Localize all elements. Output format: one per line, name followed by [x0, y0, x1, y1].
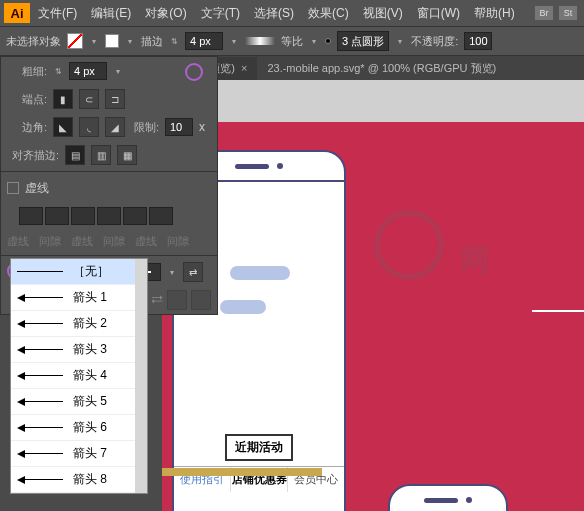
phone-speaker-icon: [424, 498, 458, 503]
limit-unit: x: [199, 120, 205, 134]
dropdown-item-arrow7[interactable]: 箭头 7: [11, 441, 147, 467]
artboard-strip: [162, 468, 322, 476]
stepper-icon[interactable]: ⇅: [53, 67, 63, 76]
chevron-down-icon[interactable]: ▾: [309, 37, 319, 46]
chevron-down-icon[interactable]: ▾: [113, 67, 123, 76]
dropdown-item-arrow4[interactable]: 箭头 4: [11, 363, 147, 389]
cap-projecting-button[interactable]: ⊐: [105, 89, 125, 109]
align-stroke-label: 对齐描边:: [7, 148, 59, 163]
chevron-down-icon[interactable]: ▾: [89, 37, 99, 46]
tab-label: 23.-mobile app.svg* @ 100% (RGB/GPU 预览): [267, 61, 496, 76]
dropdown-item-arrow1[interactable]: 箭头 1: [11, 285, 147, 311]
canvas[interactable]: 网 近期活动 使用指引 店铺优惠券 会员中心: [162, 80, 584, 511]
close-icon[interactable]: ×: [241, 62, 247, 74]
corner-bevel-button[interactable]: ◢: [105, 117, 125, 137]
dropdown-item-label: 箭头 2: [73, 315, 107, 332]
phone-camera-icon: [277, 163, 283, 169]
menu-object[interactable]: 对象(O): [139, 1, 192, 26]
dropdown-item-arrow5[interactable]: 箭头 5: [11, 389, 147, 415]
dropdown-item-label: ［无］: [73, 263, 109, 280]
stock-button[interactable]: St: [558, 5, 578, 21]
corner-miter-button[interactable]: ◣: [53, 117, 73, 137]
chevron-down-icon[interactable]: ▾: [125, 37, 135, 46]
gap-field[interactable]: [97, 207, 121, 225]
dropdown-item-label: 箭头 4: [73, 367, 107, 384]
weight-field[interactable]: 4 px: [69, 62, 107, 80]
dropdown-item-none[interactable]: ［无］: [11, 259, 147, 285]
profile-preview: [245, 37, 275, 45]
chevron-down-icon[interactable]: ▾: [167, 268, 177, 277]
arrowhead-dropdown: ［无］ 箭头 1 箭头 2 箭头 3 箭头 4 箭头 5 箭头 6 箭头 7 箭…: [10, 258, 148, 494]
dropdown-item-arrow3[interactable]: 箭头 3: [11, 337, 147, 363]
document-tabs: B/GPU 预览) × 23.-mobile app.svg* @ 100% (…: [162, 56, 584, 80]
dashed-checkbox[interactable]: [7, 182, 19, 194]
dropdown-item-arrow8[interactable]: 箭头 8: [11, 467, 147, 493]
phone-speaker-icon: [235, 164, 269, 169]
stroke-width-field[interactable]: 4 px: [185, 32, 223, 50]
app-logo: Ai: [4, 3, 30, 23]
corner-label: 边角:: [7, 120, 47, 135]
dropdown-item-arrow6[interactable]: 箭头 6: [11, 415, 147, 441]
align-inside-button[interactable]: ▥: [91, 145, 111, 165]
phone-mockup-small: [388, 484, 508, 511]
chevron-down-icon[interactable]: ▾: [229, 37, 239, 46]
gap-field[interactable]: [45, 207, 69, 225]
weight-label: 粗细:: [7, 64, 47, 79]
align-center-button[interactable]: ▤: [65, 145, 85, 165]
stepper-icon[interactable]: ⇅: [169, 37, 179, 46]
menu-effect[interactable]: 效果(C): [302, 1, 355, 26]
opacity-label: 不透明度:: [411, 34, 458, 49]
cap-label: 端点:: [7, 92, 47, 107]
chat-bubble: [230, 266, 290, 280]
dropdown-item-arrow2[interactable]: 箭头 2: [11, 311, 147, 337]
menu-edit[interactable]: 编辑(E): [85, 1, 137, 26]
dropdown-item-label: 箭头 6: [73, 419, 107, 436]
dash-field[interactable]: [71, 207, 95, 225]
dropdown-item-label: 箭头 8: [73, 471, 107, 488]
menu-file[interactable]: 文件(F): [32, 1, 83, 26]
menu-window[interactable]: 窗口(W): [411, 1, 466, 26]
opacity-field[interactable]: 100: [464, 32, 492, 50]
menu-select[interactable]: 选择(S): [248, 1, 300, 26]
dropdown-item-label: 箭头 1: [73, 289, 107, 306]
cap-round-button[interactable]: ⊂: [79, 89, 99, 109]
menu-type[interactable]: 文字(T): [195, 1, 246, 26]
menubar: Ai 文件(F) 编辑(E) 对象(O) 文字(T) 选择(S) 效果(C) 视…: [0, 0, 584, 26]
dropdown-item-label: 箭头 5: [73, 393, 107, 410]
brush-profile-select[interactable]: 3 点圆形: [337, 31, 389, 51]
stroke-color-swatch[interactable]: [105, 34, 119, 48]
cap-butt-button[interactable]: ▮: [53, 89, 73, 109]
corner-round-button[interactable]: ◟: [79, 117, 99, 137]
align-outside-button[interactable]: ▦: [117, 145, 137, 165]
menu-help[interactable]: 帮助(H): [468, 1, 521, 26]
phone-camera-icon: [466, 497, 472, 503]
scrollbar[interactable]: [135, 259, 147, 493]
watermark-icon: [374, 210, 444, 280]
dashed-label: 虚线: [25, 180, 49, 197]
options-bar: 未选择对象 ▾ ▾ 描边 ⇅ 4 px▾ 等比▾ 3 点圆形▾ 不透明度: 10…: [0, 26, 584, 56]
selection-status: 未选择对象: [6, 34, 61, 49]
gap-field[interactable]: [149, 207, 173, 225]
fill-swatch[interactable]: [67, 33, 83, 49]
limit-label: 限制:: [131, 120, 159, 135]
swap-arrows-button[interactable]: ⇄: [183, 262, 203, 282]
limit-field[interactable]: 10: [165, 118, 193, 136]
uniform-label: 等比: [281, 34, 303, 49]
section-badge: 近期活动: [225, 434, 293, 461]
dropdown-item-label: 箭头 3: [73, 341, 107, 358]
bullet-icon: [325, 38, 331, 44]
align-end-button[interactable]: [191, 290, 211, 310]
stroke-label: 描边: [141, 34, 163, 49]
menu-view[interactable]: 视图(V): [357, 1, 409, 26]
dash-field[interactable]: [123, 207, 147, 225]
watermark-text: 网: [460, 240, 490, 281]
align-tip-button[interactable]: [167, 290, 187, 310]
bridge-button[interactable]: Br: [534, 5, 554, 21]
dash-field[interactable]: [19, 207, 43, 225]
dash-gap-labels: 虚线间隙虚线间隙虚线间隙: [1, 230, 217, 253]
highlight-marker-icon: [185, 63, 203, 81]
tab-document-2[interactable]: 23.-mobile app.svg* @ 100% (RGB/GPU 预览): [257, 57, 506, 80]
chevron-down-icon[interactable]: ▾: [395, 37, 405, 46]
chat-bubble: [220, 300, 266, 314]
dropdown-item-label: 箭头 7: [73, 445, 107, 462]
